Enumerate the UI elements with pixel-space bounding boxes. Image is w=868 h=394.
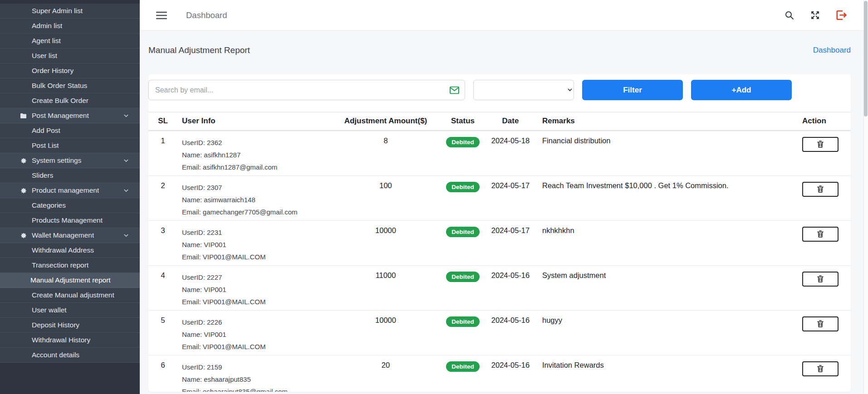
sidebar-item-label: Post List (32, 141, 59, 150)
sidebar-item-withdrawal-history[interactable]: Withdrawal History (0, 333, 140, 348)
table-row: 5UserID: 2226Name: VIP001Email: VIP001@M… (148, 310, 851, 355)
filter-button[interactable]: Filter (582, 80, 683, 100)
sidebar-item-products-management[interactable]: Products Management (0, 213, 140, 228)
chevron-down-icon (123, 188, 129, 193)
sidebar-item-wallet-management[interactable]: Wallet Management (0, 228, 140, 243)
cell-user-info: UserID: 2226Name: VIP001Email: VIP001@MA… (177, 310, 333, 355)
column-header-remarks: Remarks (533, 112, 799, 131)
user-info-line: Email: VIP001@MAIL.COM (182, 296, 333, 308)
sidebar-item-label: Add Post (32, 126, 60, 135)
cell-action (799, 220, 851, 265)
add-button[interactable]: +Add (691, 80, 792, 100)
sidebar-item-transection-report[interactable]: Transection report (0, 258, 140, 273)
user-info-line: Name: asimwarraich148 (182, 194, 333, 206)
sidebar-item-system-settings[interactable]: System settings (0, 153, 140, 168)
gear-icon (20, 232, 27, 239)
sidebar-item-label: Order History (32, 67, 74, 75)
cell-action (799, 131, 851, 176)
user-info-line: UserID: 2226 (182, 316, 333, 328)
cell-action (799, 355, 851, 392)
delete-button[interactable] (802, 182, 839, 197)
envelope-icon (450, 86, 459, 94)
sidebar-item-account-details[interactable]: Account details (0, 348, 140, 363)
cell-status: Debited (438, 310, 488, 355)
trash-icon (817, 185, 824, 193)
cell-user-info: UserID: 2307Name: asimwarraich148Email: … (177, 175, 333, 220)
sidebar-item-deposit-history[interactable]: Deposit History (0, 318, 140, 333)
status-badge: Debited (446, 316, 480, 327)
adjustment-table: SLUser InfoAdjustment Amount($)StatusDat… (148, 112, 851, 392)
sidebar-item-create-manual-adjustment[interactable]: Create Manual adjustment (0, 288, 140, 303)
sidebar-item-user-wallet[interactable]: User wallet (0, 303, 140, 318)
sidebar-item-manual-adjustment-report[interactable]: Manual Adjustment report (0, 273, 140, 288)
hamburger-icon (156, 11, 167, 19)
sidebar-item-bulk-order-status[interactable]: Bulk Order Status (0, 78, 140, 93)
delete-button[interactable] (802, 227, 839, 242)
user-info-line: Email: eshaarajput835@gmail.com (182, 385, 333, 392)
sidebar-item-label: Bulk Order Status (32, 82, 87, 90)
cell-date: 2024-05-16 (488, 355, 533, 392)
page-title: Manual Adjustment Report (148, 45, 250, 55)
sidebar-item-label: Admin list (32, 22, 62, 30)
user-info-line: UserID: 2307 (182, 181, 333, 194)
sidebar-item-order-history[interactable]: Order History (0, 63, 140, 78)
sidebar-item-withdrawal-address[interactable]: Withdrawal Address (0, 243, 140, 258)
user-info-line: Email: VIP001@MAIL.COM (182, 340, 333, 353)
sidebar-item-label: Withdrawal History (32, 336, 90, 344)
table-row: 1UserID: 2362Name: asifkhn1287Email: asi… (148, 131, 851, 176)
search-button[interactable] (785, 10, 794, 20)
breadcrumb-dashboard-link[interactable]: Dashboard (813, 46, 851, 55)
logout-button[interactable] (836, 10, 847, 20)
delete-button[interactable] (802, 361, 839, 376)
sidebar-item-label: User wallet (32, 306, 67, 314)
sidebar-item-sliders[interactable]: Sliders (0, 168, 140, 183)
trash-icon (817, 230, 824, 238)
sidebar-item-categories[interactable]: Categories (0, 198, 140, 213)
column-header-status: Status (438, 112, 488, 131)
delete-button[interactable] (802, 272, 839, 287)
sidebar-item-label: Create Bulk Order (32, 97, 88, 105)
sidebar-item-super-admin-list[interactable]: Super Admin list (0, 4, 140, 19)
folder-icon (20, 113, 27, 119)
sidebar-item-create-bulk-order[interactable]: Create Bulk Order (0, 93, 140, 108)
filter-select[interactable] (473, 80, 574, 100)
table-header-row: SLUser InfoAdjustment Amount($)StatusDat… (148, 112, 851, 131)
cell-user-info: UserID: 2231Name: VIP001Email: VIP001@MA… (177, 220, 333, 265)
cell-remarks: Reach Team Investment $10,000 . Get 1% C… (533, 175, 799, 220)
user-info-line: UserID: 2362 (182, 136, 333, 149)
sidebar-item-add-post[interactable]: Add Post (0, 123, 140, 138)
sidebar-item-post-list[interactable]: Post List (0, 138, 140, 153)
delete-button[interactable] (802, 316, 839, 331)
page-header: Manual Adjustment Report Dashboard (148, 45, 851, 55)
sidebar-item-product-management[interactable]: Product management (0, 183, 140, 198)
scrollbar-thumb[interactable] (864, 1, 868, 117)
search-icon (785, 10, 794, 20)
table-body: 1UserID: 2362Name: asifkhn1287Email: asi… (148, 131, 851, 392)
sidebar-item-label: Categories (32, 201, 66, 209)
trash-icon (817, 320, 824, 327)
cell-sl: 1 (148, 131, 177, 176)
page-scrollbar[interactable] (863, 0, 868, 394)
cell-status: Debited (438, 265, 488, 310)
user-info-line: Name: VIP001 (182, 283, 333, 296)
fullscreen-button[interactable] (810, 10, 820, 20)
sidebar-item-label: Sliders (32, 171, 53, 180)
sidebar-item-post-management[interactable]: Post Management (0, 108, 140, 123)
table-row: 4UserID: 2227Name: VIP001Email: VIP001@M… (148, 265, 851, 310)
menu-toggle-button[interactable] (156, 11, 167, 19)
delete-button[interactable] (802, 137, 839, 152)
sidebar-item-user-list[interactable]: User list (0, 49, 140, 63)
cell-status: Debited (438, 355, 488, 392)
user-info-line: Email: asifkhn1287@gmail.com (182, 161, 333, 173)
search-input[interactable] (148, 80, 465, 100)
sidebar-item-label: Transection report (32, 261, 88, 269)
cell-amount: 10000 (333, 220, 438, 265)
sidebar-item-admin-list[interactable]: Admin list (0, 19, 140, 34)
sidebar-item-label: System settings (32, 156, 81, 165)
sidebar-item-agent-list[interactable]: Agent list (0, 34, 140, 49)
gear-icon (20, 157, 27, 164)
sidebar-item-label: Manual Adjustment report (30, 276, 111, 284)
cell-amount: 11000 (333, 265, 438, 310)
status-badge: Debited (446, 361, 480, 372)
cell-sl: 4 (148, 265, 177, 310)
